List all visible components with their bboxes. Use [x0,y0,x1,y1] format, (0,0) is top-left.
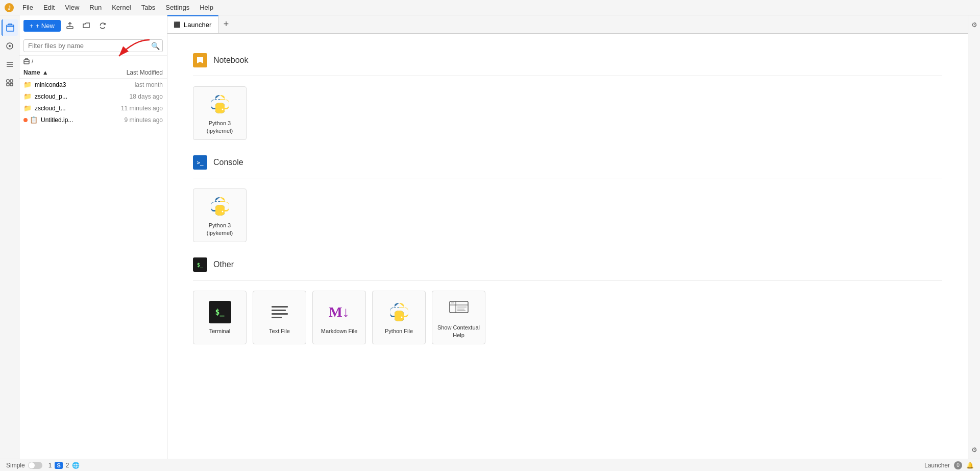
notebook-section-header: Notebook [193,53,942,67]
status-bar: Simple 1 S 2 🌐 Launcher 0 🔔 [0,459,980,471]
search-icon: 🔍 [151,42,160,50]
svg-rect-13 [24,60,29,64]
svg-rect-10 [7,83,9,86]
sidebar-item-extensions[interactable] [2,75,18,91]
svg-marker-15 [197,57,203,63]
refresh-button[interactable] [95,18,110,33]
terminal-label: Terminal [209,327,231,335]
svg-rect-8 [7,80,9,82]
status-right-label: Launcher [924,462,950,469]
svg-point-17 [222,109,223,110]
app-logo: J [4,3,14,13]
file-row[interactable]: 📋 Untitled.ip... 9 minutes ago [19,114,167,126]
running-dot [23,118,28,122]
notebook-cards: Python 3(ipykernel) [193,86,942,140]
console-divider [193,178,942,178]
svg-text:J: J [8,5,11,11]
notification-badge[interactable]: 0 [954,461,962,469]
terminal-card-icon: $_ [208,300,232,324]
right-sidebar: ⚙ ⚙ [968,15,980,459]
breadcrumb-path: / [32,58,33,65]
column-name[interactable]: Name ▲ [23,69,102,76]
svg-point-18 [216,201,218,202]
settings-icon[interactable]: ⚙ [969,19,979,30]
other-cards: $_ Terminal Text Fil [193,291,942,344]
tab-bar: ⬛ Launcher + [167,15,968,34]
console-cards: Python 3(ipykernel) [193,189,942,242]
folder-icon: 📁 [23,81,32,88]
sidebar-item-commands[interactable] [2,56,18,73]
right-settings-icon[interactable]: ⚙ [969,444,979,455]
file-row[interactable]: 📁 zscloud_t... 11 minutes ago [19,102,167,114]
menu-settings[interactable]: Settings [161,3,193,12]
textfile-card-icon [267,300,292,324]
python3-console-card[interactable]: Python 3(ipykernel) [193,189,247,242]
notebook-icon: 📋 [30,116,38,124]
python3-notebook-card[interactable]: Python 3(ipykernel) [193,86,247,140]
contextual-label: Show Contextual Help [436,324,481,339]
notebook-divider [193,76,942,76]
sidebar-item-files[interactable] [2,19,18,36]
folder-icon: 📁 [23,104,32,112]
sidebar-item-running[interactable] [2,38,18,54]
file-name: Untitled.ip... [41,116,102,124]
file-panel: + + New [19,15,167,459]
file-row[interactable]: 📁 zscloud_p... 18 days ago [19,90,167,102]
mode-label: Simple [6,462,25,469]
textfile-card[interactable]: Text File [253,291,306,344]
file-modified: 18 days ago [102,93,163,100]
status-right: Launcher 0 🔔 [924,461,974,469]
column-modified[interactable]: Last Modified [102,69,163,76]
file-name: zscloud_p... [35,93,102,100]
content-area: ⬛ Launcher + Notebook [167,15,968,459]
svg-rect-9 [10,80,13,82]
other-section-title: Other [213,260,234,269]
launcher-tab[interactable]: ⬛ Launcher [167,15,218,33]
menu-view[interactable]: View [61,3,83,12]
filter-input[interactable] [23,39,163,52]
upload-folder-button[interactable] [79,18,93,33]
file-table-header: Name ▲ Last Modified [19,67,167,79]
launcher-main: Notebook Python 3(ipykernel) [167,34,968,459]
menu-tabs[interactable]: Tabs [137,3,159,12]
menu-run[interactable]: Run [85,3,106,12]
menu-edit[interactable]: Edit [39,3,59,12]
new-launcher-button[interactable]: + + New [23,20,61,32]
terminal-card[interactable]: $_ Terminal [193,291,247,344]
toggle-knob [29,462,35,468]
contextual-card[interactable]: Show Contextual Help [432,291,485,344]
pythonfile-card-icon [387,300,411,324]
pythonfile-label: Python File [385,327,413,335]
notification-count: 0 [957,462,960,468]
mode-switch[interactable] [28,462,42,469]
kernel-globe-icon: 🌐 [72,462,80,469]
file-name: miniconda3 [35,81,102,88]
menu-file[interactable]: File [18,3,37,12]
file-modified: 11 minutes ago [102,105,163,112]
sort-icon: ▲ [42,69,48,76]
tab-label: Launcher [184,21,211,29]
svg-rect-11 [10,83,13,86]
notification-bell-icon[interactable]: 🔔 [966,462,974,469]
contextual-card-icon [447,296,471,321]
menu-kernel[interactable]: Kernel [108,3,135,12]
file-row[interactable]: 📁 miniconda3 last month [19,79,167,90]
python-notebook-icon [208,92,232,116]
file-modified: last month [102,81,163,88]
svg-point-21 [401,317,402,318]
python3-console-label: Python 3(ipykernel) [207,222,233,237]
python-console-icon [208,194,232,219]
svg-point-4 [9,45,11,47]
file-name: zscloud_t... [35,105,102,112]
markdownfile-card[interactable]: M↓ Markdown File [312,291,366,344]
upload-button[interactable] [63,18,77,33]
pythonfile-card[interactable]: Python File [372,291,426,344]
new-tab-button[interactable]: + [218,15,234,33]
console-section-title: Console [213,158,243,167]
menu-help[interactable]: Help [195,3,217,12]
svg-point-20 [396,307,397,308]
folder-icon: 📁 [23,92,32,100]
markdown-m-icon: M↓ [329,304,349,320]
kernel-count: 2 [66,462,69,469]
markdownfile-card-icon: M↓ [327,300,352,324]
